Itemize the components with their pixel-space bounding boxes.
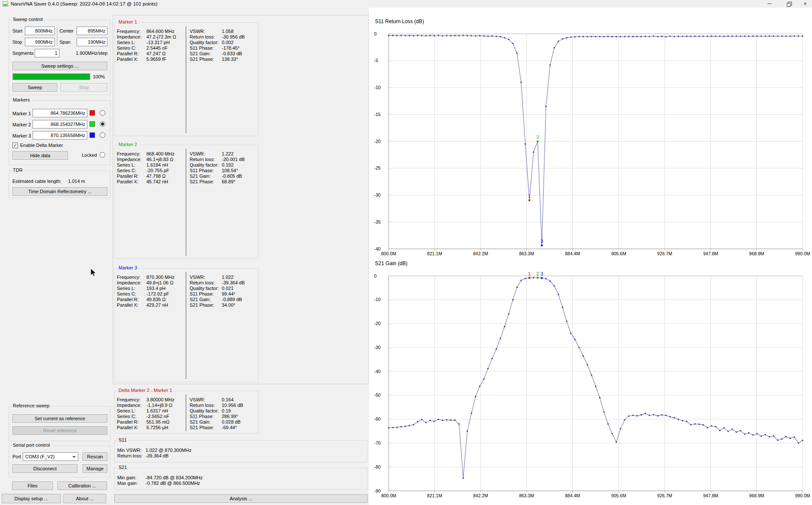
reset-reference-button[interactable]: Reset reference	[12, 426, 107, 435]
detail-row: Frequency:870.300 MHz	[117, 275, 174, 280]
detail-row: Series L:1.6184 nH	[117, 162, 174, 168]
start-input[interactable]: 800MHz	[25, 27, 55, 35]
field-label: Series L:	[117, 162, 146, 167]
field-label: Impedance:	[117, 280, 146, 285]
detail-row: S21 Phase:34.00°	[190, 302, 245, 308]
title-bar[interactable]: NanoVNA Saver 0.4.0 (Sweep: 2022-04-09 1…	[0, 0, 812, 8]
svg-text:905.6M: 905.6M	[611, 251, 626, 256]
svg-text:884.4M: 884.4M	[565, 251, 580, 256]
field-label: Parallel X:	[117, 425, 146, 430]
close-button[interactable]: ×	[799, 0, 811, 7]
detail-row: Min gain:-84.720 dB @ 834.200MHz	[117, 475, 202, 481]
field-label: VSWR:	[190, 29, 222, 34]
field-value: 193.4 pH	[146, 286, 166, 291]
sweep-button[interactable]: Sweep	[12, 83, 57, 92]
field-label: Return loss:	[190, 403, 222, 408]
marker2-column-divider	[186, 149, 186, 256]
marker2-label: Marker 2	[12, 122, 31, 127]
app-icon	[3, 1, 8, 6]
s21-chart[interactable]: 0-10-20-30-40-50-60-70-80-90800.0M821.1M…	[370, 258, 812, 505]
enable-delta-checkbox[interactable]: ✓	[12, 143, 18, 148]
marker2-radio[interactable]	[100, 121, 105, 127]
segments-input[interactable]: 1	[35, 49, 59, 57]
port-select[interactable]: COM3 (F_V2)	[23, 452, 78, 461]
field-label: Quality factor:	[190, 408, 222, 413]
display-setup-button[interactable]: Display setup ...	[2, 494, 61, 503]
files-button[interactable]: Files	[12, 481, 53, 490]
detail-row: S11 Phase:-178.45°	[190, 45, 245, 51]
field-label: VSWR:	[190, 275, 222, 280]
svg-text:-50: -50	[374, 392, 381, 397]
delta-column-divider	[186, 394, 186, 431]
minimize-button[interactable]	[763, 0, 776, 7]
svg-text:3: 3	[541, 271, 543, 276]
detail-row: Series C:-172.92 pF	[117, 291, 174, 297]
marker1-radio[interactable]	[100, 110, 105, 116]
marker3-column-divider	[186, 272, 186, 379]
detail-row: Parallel X:5.9659 fF	[117, 57, 176, 62]
marker3-left-fields: Frequency:870.300 MHzImpedance:49.8+j1.0…	[117, 275, 174, 308]
field-label: S21 Gain:	[190, 297, 222, 302]
field-label: Frequency:	[117, 29, 146, 34]
field-value: 3.80000 MHz	[146, 397, 174, 402]
detail-row: Series C:2.5445 nF	[117, 45, 176, 51]
span-input[interactable]: 190MHz	[77, 38, 107, 46]
hide-data-button[interactable]: Hide data	[12, 151, 68, 160]
svg-text:2: 2	[536, 134, 539, 140]
svg-text:863.3M: 863.3M	[519, 493, 534, 498]
window-title: NanoVNA Saver 0.4.0 (Sweep: 2022-04-09 1…	[11, 1, 158, 6]
marker1-input[interactable]: 864.786236MHz	[33, 109, 87, 117]
sweep-settings-button[interactable]: Sweep settings ...	[12, 62, 107, 70]
svg-text:-5: -5	[374, 58, 378, 63]
minimize-icon	[767, 3, 772, 4]
tdr-legend: TDR	[12, 167, 24, 173]
field-label: Quality factor:	[190, 40, 222, 45]
manage-button[interactable]: Manage	[83, 464, 107, 473]
tdr-button[interactable]: Time Domain Reflectometry ...	[12, 187, 107, 196]
analysis-button[interactable]: Analysis ...	[114, 494, 368, 503]
sweep-progress-bar	[12, 73, 90, 80]
field-label: Series C:	[117, 45, 146, 51]
disconnect-button[interactable]: Disconnect	[12, 464, 77, 473]
set-reference-button[interactable]: Set current as reference	[12, 414, 107, 423]
center-input[interactable]: 895MHz	[77, 27, 107, 35]
field-label: VSWR:	[190, 151, 222, 156]
about-button[interactable]: About ...	[63, 494, 106, 503]
detail-row: VSWR:1.058	[190, 29, 245, 34]
calibration-button[interactable]: Calibration ...	[57, 481, 107, 490]
detail-row: S21 Phase:138.33°	[190, 57, 245, 62]
svg-text:800.0M: 800.0M	[381, 251, 396, 256]
marker2-input[interactable]: 868.154327MHz	[33, 120, 87, 128]
detail-row: Max gain:-0.782 dB @ 866.500MHz	[117, 481, 202, 486]
marker3-input[interactable]: 870.135558MHz	[33, 131, 87, 140]
locked-label: Locked	[82, 152, 97, 158]
field-label: Parallel R:	[117, 173, 146, 179]
stop-button[interactable]: Stop	[60, 83, 107, 92]
svg-text:-30: -30	[374, 192, 381, 197]
detail-row: Min VSWR:1.022 @ 870.300MHz	[117, 448, 191, 453]
marker3-radio[interactable]	[100, 132, 105, 138]
svg-text:905.6M: 905.6M	[611, 493, 626, 498]
s11-chart[interactable]: 0-5-10-15-20-25-30-35-40800.0M821.1M842.…	[370, 16, 812, 263]
field-label: Impedance:	[117, 403, 146, 408]
detail-row: S11 Phase:286.99°	[190, 414, 243, 419]
svg-text:842.2M: 842.2M	[473, 251, 488, 256]
marker3-color-swatch[interactable]	[89, 132, 95, 138]
marker1-color-swatch[interactable]	[89, 110, 95, 116]
marker2-color-swatch[interactable]	[89, 121, 95, 127]
port-label: Port	[12, 454, 21, 459]
detail-row: Series C:-2.5652 nF	[117, 414, 174, 419]
field-value: -178.45°	[222, 45, 240, 51]
field-label: S21 Gain:	[190, 419, 222, 424]
sweep-control-legend: Sweep control	[12, 17, 44, 22]
serial-port-group: Serial port control Port COM3 (F_V2) Res…	[9, 445, 110, 477]
detail-row: Return loss:-20.001 dB	[190, 157, 245, 162]
field-label: S21 Phase:	[190, 302, 222, 308]
restore-button[interactable]	[782, 0, 795, 7]
rescan-button[interactable]: Rescan	[83, 452, 107, 461]
s11-stats-title: S11	[117, 437, 128, 442]
field-value: 429.27 nH	[146, 302, 168, 308]
marker3-label: Marker 3	[12, 133, 31, 138]
stop-input[interactable]: 990MHz	[25, 38, 55, 46]
locked-radio[interactable]	[100, 152, 105, 158]
